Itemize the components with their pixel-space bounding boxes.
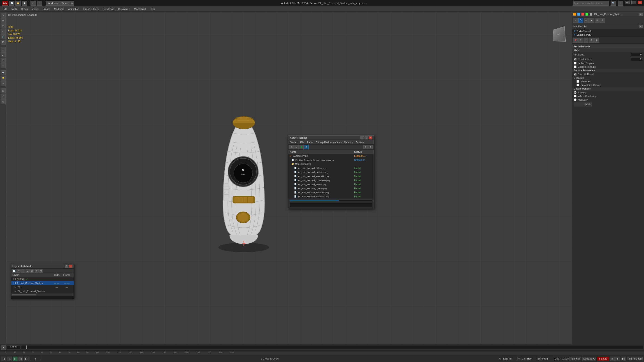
at-maximize-btn[interactable]: □ (364, 136, 368, 139)
maximize-btn[interactable]: □ (631, 1, 636, 4)
redo-btn[interactable]: ↪ (37, 1, 42, 6)
at-row-diffuse[interactable]: 📄 IPL_Hair_Removal_Diffuse.png Found (288, 166, 374, 170)
lp-delete-btn[interactable]: ✕ (16, 269, 20, 273)
play-prev-key-btn[interactable]: |◀ (1, 357, 6, 361)
panel-display-icon[interactable]: 👁 (594, 18, 600, 23)
ts-when-rendering-radio[interactable] (574, 95, 576, 97)
nav-cube[interactable]: TOP (549, 25, 567, 43)
open-btn[interactable]: 📂 (15, 1, 21, 6)
lp-row-default[interactable]: ⊞ 0 (default) ✓ (11, 277, 74, 281)
menu-graph-editors[interactable]: Graph Editors (82, 7, 100, 11)
ts-render-iters-input[interactable] (631, 57, 642, 61)
lp-highlight-btn[interactable]: ★ (34, 269, 38, 273)
at-row-vault[interactable]: ⊙ Autodesk Vault Logged O... (288, 154, 374, 158)
ts-surface-label[interactable]: Surface Parameters (572, 68, 644, 72)
search-btn[interactable]: 🔍 (610, 1, 616, 6)
make-unique-icon[interactable]: ✦ (584, 38, 588, 43)
play-next-key-btn[interactable]: ▶| (24, 357, 29, 361)
modifier-list-dropdown[interactable]: ▼ (639, 25, 643, 28)
rp-close-btn[interactable]: ✕ (639, 13, 643, 16)
at-table-body[interactable]: ⊙ Autodesk Vault Logged O... 📄 IPL_Hair_… (288, 154, 374, 199)
viewport[interactable]: [+] [Perspective] [Shaded] Total Polys: … (6, 12, 572, 344)
play-btn[interactable]: ▶ (13, 357, 18, 361)
at-list-btn[interactable]: ☰ (294, 145, 299, 149)
ts-update-label[interactable]: Update Options (572, 87, 644, 91)
lp-row-ipl-freeze[interactable]: — (61, 286, 72, 289)
lp-add-layer-btn[interactable]: 📄 (12, 269, 16, 273)
at-row-refraction[interactable]: 📄 IPL_Hair_Removal_Refraction.png Found (288, 195, 374, 199)
undo-btn[interactable]: ↩ (30, 1, 36, 6)
link-btn[interactable]: 🔗 (1, 34, 6, 39)
help-btn[interactable]: ? (618, 1, 623, 6)
at-tree-btn[interactable]: 🌲 (299, 145, 304, 149)
menu-maxscript[interactable]: MAXScript (132, 7, 148, 11)
timeline-cursor[interactable] (26, 346, 27, 349)
at-row-reflection[interactable]: 📄 IPL_Hair_Removal_Reflection.png Found (288, 191, 374, 195)
timeline-bar[interactable] (21, 345, 643, 349)
ts-manually-radio[interactable] (574, 98, 576, 101)
at-row-fresnel[interactable]: 📄 IPL_Hair_Removal_Fresnel-ior.png Found (288, 174, 374, 178)
ts-materials-check[interactable] (576, 80, 579, 83)
menu-customize[interactable]: Customize (116, 7, 132, 11)
angle-btn[interactable]: ∠ (1, 94, 6, 99)
panel-create-icon[interactable]: + (573, 18, 578, 23)
nav-cube-shape[interactable]: TOP (553, 26, 566, 42)
new-btn[interactable]: 📄 (9, 1, 14, 6)
show-end-result-icon[interactable]: ⊡ (578, 38, 583, 43)
camera-btn[interactable]: 📷 (1, 70, 6, 75)
panel-modify-icon[interactable]: 🔧 (578, 18, 583, 23)
lp-select-layer-btn[interactable]: ☰ (26, 269, 30, 273)
ts-isoline-check[interactable] (574, 62, 576, 64)
unlink-btn[interactable]: ⛓ (1, 40, 6, 45)
z-coord-input[interactable] (540, 357, 554, 361)
lp-add-selection-btn[interactable]: + (21, 269, 25, 273)
at-menu-paths[interactable]: Paths (306, 141, 314, 144)
ts-render-iters-check[interactable] (574, 58, 576, 60)
panel-hierarchy-icon[interactable]: ⊞ (584, 18, 589, 23)
next-key-btn-2[interactable]: ▶| (621, 357, 626, 361)
lp-settings-btn[interactable]: ⚙ (39, 269, 43, 273)
modifier-editable-poly[interactable]: ⊞ Editable Poly (572, 33, 644, 36)
prev-key-btn-2[interactable]: |◀ (610, 357, 615, 361)
remove-modifier-icon[interactable]: 🗑 (589, 38, 594, 43)
lp-row-ipl-obj[interactable]: ▷ IPL_Hair_Removal_System (11, 289, 74, 293)
config-modifier-icon[interactable]: ⚙ (594, 38, 599, 43)
at-row-maps-folder[interactable]: 📁 Maps / Shaders (288, 162, 374, 166)
at-settings-btn[interactable]: ⚙ (368, 145, 373, 149)
panel-motion-icon[interactable]: ▶ (589, 18, 594, 23)
helper-btn[interactable]: ✦ (1, 81, 6, 86)
lp-row-ipl[interactable]: ▷ IPL — — (11, 285, 74, 289)
workspace-dropdown[interactable]: Workspace: Default (46, 1, 74, 6)
scale-btn[interactable]: ⊡ (1, 29, 6, 34)
selected-dropdown[interactable]: Selected (582, 357, 596, 361)
at-menu-file[interactable]: File (299, 141, 305, 144)
next-frame-btn[interactable]: ▶| (18, 357, 23, 361)
at-close-btn[interactable]: ✕ (368, 136, 372, 139)
at-help-btn[interactable]: ? (363, 145, 368, 149)
at-table-btn[interactable]: ⊞ (304, 145, 308, 149)
at-row-normal[interactable]: 📄 IPL_Hair_Removal_Normal.png Found (288, 182, 374, 187)
menu-edit[interactable]: Edit (1, 7, 9, 11)
lp-body[interactable]: ⊞ 0 (default) ✓ ⊞ IPL_Hair_Removal_Syste… (11, 277, 74, 293)
mirror-btn[interactable]: ◫ (1, 58, 6, 63)
lp-help-btn[interactable]: ? (65, 265, 68, 268)
menu-animation[interactable]: Animation (66, 7, 81, 11)
ts-update-button[interactable]: Update (574, 102, 592, 106)
x-coord-input[interactable] (502, 357, 518, 361)
paint-btn[interactable]: 🖌 (1, 52, 6, 57)
at-row-glossiness[interactable]: 📄 IPL_Hair_Removal_Glossiness.png Found (288, 178, 374, 182)
menu-views[interactable]: Views (30, 7, 40, 11)
menu-create[interactable]: Create (41, 7, 52, 11)
select-btn[interactable]: ↖ (1, 13, 6, 17)
auto-key-btn[interactable]: Auto Key (570, 357, 581, 361)
add-time-tag-btn[interactable]: Add Time Tag (626, 357, 643, 361)
menu-group[interactable]: Group (19, 7, 30, 11)
percent-btn[interactable]: % (1, 99, 6, 104)
panel-utilities-icon[interactable]: ⚙ (600, 18, 605, 23)
at-minimize-btn[interactable]: — (360, 136, 364, 139)
ts-title[interactable]: TurboSmooth (572, 44, 644, 48)
ts-iterations-input[interactable] (631, 53, 642, 56)
timeline-expand-btn[interactable]: ▲ (1, 345, 6, 350)
menu-tools[interactable]: Tools (9, 7, 19, 11)
lp-row-ipl-hide[interactable]: — (52, 286, 61, 289)
